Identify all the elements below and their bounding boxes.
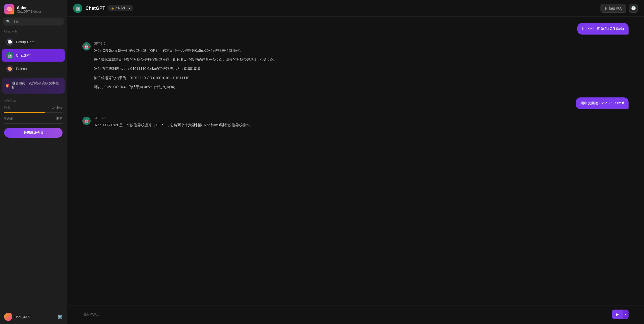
plan-quota-bar-fill (4, 112, 45, 113)
model-badge[interactable]: ⚡ GPT-3.5 ▾ (108, 5, 133, 11)
extra-label: 额外的: (4, 116, 14, 121)
plan-quota-row: 计划: 14 剩余 (4, 106, 63, 110)
app-name: Sider (17, 5, 41, 10)
chevron-down-send-icon: ▾ (625, 313, 626, 316)
new-chat-button[interactable]: ⊕ 新建聊天 (601, 4, 626, 13)
send-area: ▶ ▾ (612, 310, 629, 319)
assistant-para-1-0: 0x5e OR 0x4a 是一个按位或运算（OR），它将两个十六进制数0x5e和… (94, 47, 629, 54)
user-name-label: User_4377 (14, 315, 31, 319)
sidebar: 🧠 Sider ChatGPT Sidebar 🔍 Chat with 💬 Gr… (0, 0, 67, 324)
search-icon: 🔍 (6, 20, 10, 23)
app-logo-icon: 🧠 (4, 4, 14, 14)
assistant-para-1-2: 0x5e的二进制表示为：01011110 0x4a的二进制表示为：0100101… (94, 65, 629, 72)
user-info: User_4377 (4, 313, 31, 321)
topbar: 🤖 ChatGPT ⚡ GPT-3.5 ▾ ⊕ 新建聊天 🕐 (67, 0, 644, 17)
extra-quota-row: 额外的: 0 剩余 (4, 116, 63, 121)
group-chat-label: Group Chat (16, 40, 34, 44)
assistant-para-1-4: 所以，0x5e OR 0x4a 的结果为 0x5e（十进制为94）。 (94, 84, 629, 90)
chat-area: 用中文回答 0x5e OR 0x4a 🤖 GPT-3.5 0x5e OR 0x4… (67, 17, 644, 305)
chatgpt-top-icon: 🤖 (73, 4, 82, 13)
invite-text: 邀请朋友，双方都有高级文本额度 (12, 81, 61, 90)
assistant-para-1-1: 按位或运算是将两个数的对应位进行逻辑或操作，即只要两个数中的任意一位为1，结果的… (94, 56, 629, 63)
search-box[interactable]: 🔍 (3, 18, 64, 26)
message-input[interactable] (82, 312, 609, 316)
painter-icon: 🎨 (6, 65, 13, 72)
send-button[interactable]: ▶ (612, 310, 622, 319)
group-chat-icon: 💬 (6, 38, 13, 46)
chatgpt-nav-icon: 🤖 (6, 52, 13, 59)
assistant-model-label-2: GPT-3.5 (94, 116, 629, 120)
assistant-text-2: 0x5a XOR 0x3f 是一个按位异或运算（XOR），它将两个十六进制数0x… (94, 122, 629, 128)
topbar-title: ChatGPT (85, 6, 105, 11)
user-message-1: 用中文回答 0x5e OR 0x4a (82, 23, 629, 35)
user-bubble-1: 用中文回答 0x5e OR 0x4a (577, 23, 629, 35)
send-dropdown-button[interactable]: ▾ (622, 310, 629, 319)
sidebar-header: 🧠 Sider ChatGPT Sidebar (0, 0, 67, 18)
assistant-content-2: GPT-3.5 0x5a XOR 0x3f 是一个按位异或运算（XOR），它将两… (94, 116, 629, 128)
extra-value: 0 剩余 (54, 116, 63, 121)
quick-text-label: 快速文本 (4, 99, 63, 103)
main-area: 🤖 ChatGPT ⚡ GPT-3.5 ▾ ⊕ 新建聊天 🕐 用中文回答 0x5… (67, 0, 644, 324)
lightning-icon: ⚡ (111, 7, 115, 10)
topbar-left: 🤖 ChatGPT ⚡ GPT-3.5 ▾ (73, 4, 133, 13)
sidebar-footer: User_4377 ⚙️ (0, 310, 67, 324)
sidebar-item-group-chat[interactable]: 💬 Group Chat (2, 36, 65, 48)
search-input[interactable] (12, 20, 60, 23)
app-subtitle: ChatGPT Sidebar (17, 10, 41, 13)
assistant-para-1-3: 按位或运算的结果为：01011110 OR 01001010 = 0101111… (94, 75, 629, 81)
assistant-avatar-1: 🤖 (82, 42, 91, 51)
assistant-avatar-2: 🤖 (82, 117, 91, 125)
topbar-right: ⊕ 新建聊天 🕐 (601, 4, 638, 13)
assistant-message-2: 🤖 GPT-3.5 0x5a XOR 0x3f 是一个按位异或运算（XOR），它… (82, 116, 629, 128)
user-avatar (4, 313, 12, 321)
model-label: GPT-3.5 (116, 6, 127, 10)
assistant-text-1: 0x5e OR 0x4a 是一个按位或运算（OR），它将两个十六进制数0x5e和… (94, 47, 629, 90)
new-chat-icon: ⊕ (604, 6, 607, 10)
painter-label: Painter (16, 67, 27, 71)
input-area: ▶ ▾ (67, 305, 644, 324)
extra-quota-bar (4, 123, 63, 124)
new-chat-label: 新建聊天 (609, 6, 622, 11)
assistant-content-1: GPT-3.5 0x5e OR 0x4a 是一个按位或运算（OR），它将两个十六… (94, 42, 629, 90)
sidebar-title-block: Sider ChatGPT Sidebar (17, 5, 41, 13)
history-button[interactable]: 🕐 (629, 4, 638, 13)
clock-icon: 🕐 (631, 6, 636, 11)
assistant-para-2-0: 0x5a XOR 0x3f 是一个按位异或运算（XOR），它将两个十六进制数0x… (94, 122, 629, 128)
chatgpt-label: ChatGPT (16, 53, 31, 57)
user-bubble-2: 用中文回答 0x5a XOR 0x3f (576, 97, 629, 109)
chevron-down-icon: ▾ (129, 6, 130, 10)
chat-with-label: Chat with (0, 29, 67, 35)
invite-icon: 🎁 (6, 84, 10, 88)
assistant-model-label-1: GPT-3.5 (94, 42, 629, 45)
plan-label: 计划: (4, 106, 11, 110)
sidebar-item-painter[interactable]: 🎨 Painter (2, 63, 65, 75)
quick-text-section: 快速文本 计划: 14 剩余 额外的: 0 剩余 升级高级会员 (0, 96, 67, 139)
user-message-2: 用中文回答 0x5a XOR 0x3f (82, 97, 629, 109)
assistant-message-1: 🤖 GPT-3.5 0x5e OR 0x4a 是一个按位或运算（OR），它将两个… (82, 42, 629, 90)
sidebar-item-chatgpt[interactable]: 🤖 ChatGPT (2, 49, 65, 62)
plan-quota-bar (4, 112, 63, 113)
send-icon: ▶ (616, 312, 619, 317)
invite-banner[interactable]: 🎁 邀请朋友，双方都有高级文本额度 (2, 78, 65, 94)
upgrade-button[interactable]: 升级高级会员 (4, 128, 63, 138)
settings-icon[interactable]: ⚙️ (57, 314, 63, 319)
plan-value: 14 剩余 (52, 106, 63, 110)
